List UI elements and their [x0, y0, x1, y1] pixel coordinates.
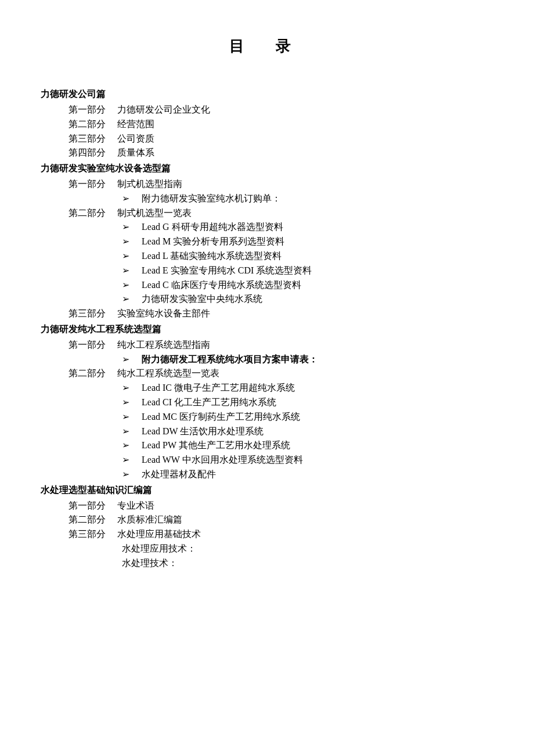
arrow-icon: ➢	[122, 278, 131, 293]
bullet-text: Lead C 临床医疗专用纯水系统选型资料	[142, 278, 301, 293]
part-title: 水质标准汇编篇	[117, 513, 182, 527]
part-title: 水处理应用基础技术	[117, 527, 201, 542]
toc-part-line: 第四部分质量体系	[68, 146, 493, 160]
arrow-icon: ➢	[122, 249, 131, 264]
toc-part-line: 第二部分制式机选型一览表	[68, 206, 493, 221]
toc-bullet-line: ➢Lead L 基础实验纯水系统选型资料	[122, 249, 493, 264]
part-label: 第一部分	[68, 499, 110, 513]
section-heading: 力德研发纯水工程系统选型篇	[41, 322, 493, 337]
part-title: 纯水工程系统选型一览表	[117, 366, 219, 381]
bullet-text: Lead MC 医疗制药生产工艺用纯水系统	[142, 410, 300, 424]
part-title: 实验室纯水设备主部件	[117, 307, 210, 321]
toc-bullet-line: ➢Lead MC 医疗制药生产工艺用纯水系统	[122, 410, 493, 424]
toc-part-line: 第二部分纯水工程系统选型一览表	[68, 366, 493, 381]
section-heading: 力德研发公司篇	[41, 87, 493, 102]
arrow-icon: ➢	[122, 381, 131, 395]
toc-bullet-line: ➢Lead WW 中水回用水处理系统选型资料	[122, 453, 493, 467]
page-title: 目 录	[41, 35, 493, 58]
bullet-text: Lead WW 中水回用水处理系统选型资料	[142, 453, 303, 467]
toc-bullet-line: ➢附力德研发工程系统纯水项目方案申请表：	[122, 352, 493, 367]
part-title: 制式机选型指南	[117, 177, 182, 192]
arrow-icon: ➢	[122, 395, 131, 410]
toc-part-line: 第三部分公司资质	[68, 132, 493, 146]
part-label: 第二部分	[68, 366, 110, 381]
toc-bullet-line: ➢Lead PW 其他生产工艺用水处理系统	[122, 438, 493, 453]
arrow-icon: ➢	[122, 438, 131, 453]
arrow-icon: ➢	[122, 264, 131, 278]
part-label: 第二部分	[68, 117, 110, 132]
part-title: 经营范围	[117, 117, 154, 132]
bullet-text: Lead G 科研专用超纯水器选型资料	[142, 220, 283, 235]
toc-bullet-line: ➢Lead CI 化工生产工艺用纯水系统	[122, 395, 493, 410]
arrow-icon: ➢	[122, 453, 131, 467]
part-title: 制式机选型一览表	[117, 206, 192, 221]
bullet-text: 附力德研发实验室纯水机订购单：	[142, 192, 281, 206]
part-label: 第一部分	[68, 338, 110, 352]
part-label: 第三部分	[68, 527, 110, 542]
toc-part-line: 第一部分力德研发公司企业文化	[68, 103, 493, 117]
toc-part-line: 第三部分水处理应用基础技术	[68, 527, 493, 542]
part-label: 第三部分	[68, 307, 110, 321]
part-label: 第二部分	[68, 513, 110, 527]
part-title: 公司资质	[117, 132, 154, 146]
part-title: 纯水工程系统选型指南	[117, 338, 210, 352]
arrow-icon: ➢	[122, 220, 131, 235]
toc-bullet-line: ➢Lead G 科研专用超纯水器选型资料	[122, 220, 493, 235]
arrow-icon: ➢	[122, 352, 131, 367]
arrow-icon: ➢	[122, 424, 131, 439]
arrow-icon: ➢	[122, 235, 131, 249]
arrow-icon: ➢	[122, 410, 131, 424]
part-label: 第三部分	[68, 132, 110, 146]
bullet-text: 力德研发实验室中央纯水系统	[142, 292, 262, 307]
part-label: 第一部分	[68, 177, 110, 192]
arrow-icon: ➢	[122, 192, 131, 206]
toc-subline: 水处理应用技术：	[122, 542, 493, 556]
part-label: 第一部分	[68, 103, 110, 117]
toc-bullet-line: ➢Lead M 实验分析专用系列选型资料	[122, 235, 493, 249]
toc-bullet-line: ➢附力德研发实验室纯水机订购单：	[122, 192, 493, 206]
arrow-icon: ➢	[122, 467, 131, 482]
table-of-contents: 力德研发公司篇第一部分力德研发公司企业文化第二部分经营范围第三部分公司资质第四部…	[41, 87, 493, 570]
toc-part-line: 第三部分实验室纯水设备主部件	[68, 307, 493, 321]
bullet-text: Lead DW 生活饮用水处理系统	[142, 424, 264, 439]
bullet-text: Lead E 实验室专用纯水 CDI 系统选型资料	[142, 264, 312, 278]
toc-bullet-line: ➢Lead E 实验室专用纯水 CDI 系统选型资料	[122, 264, 493, 278]
toc-part-line: 第一部分制式机选型指南	[68, 177, 493, 192]
toc-part-line: 第一部分纯水工程系统选型指南	[68, 338, 493, 352]
section-heading: 水处理选型基础知识汇编篇	[41, 483, 493, 498]
toc-part-line: 第二部分水质标准汇编篇	[68, 513, 493, 527]
bullet-text: Lead M 实验分析专用系列选型资料	[142, 235, 284, 249]
bullet-text: Lead PW 其他生产工艺用水处理系统	[142, 438, 290, 453]
bullet-text: 水处理器材及配件	[142, 467, 216, 482]
part-title: 质量体系	[117, 146, 154, 160]
toc-bullet-line: ➢Lead IC 微电子生产工艺用超纯水系统	[122, 381, 493, 395]
part-label: 第二部分	[68, 206, 110, 221]
bullet-text: Lead IC 微电子生产工艺用超纯水系统	[142, 381, 295, 395]
bullet-text: 附力德研发工程系统纯水项目方案申请表：	[142, 352, 318, 367]
section-heading: 力德研发实验室纯水设备选型篇	[41, 161, 493, 176]
toc-bullet-line: ➢Lead DW 生活饮用水处理系统	[122, 424, 493, 439]
toc-part-line: 第一部分专业术语	[68, 499, 493, 513]
part-title: 力德研发公司企业文化	[117, 103, 210, 117]
bullet-text: Lead CI 化工生产工艺用纯水系统	[142, 395, 276, 410]
bullet-text: Lead L 基础实验纯水系统选型资料	[142, 249, 282, 264]
part-label: 第四部分	[68, 146, 110, 160]
toc-part-line: 第二部分经营范围	[68, 117, 493, 132]
toc-subline: 水处理技术：	[122, 556, 493, 571]
toc-bullet-line: ➢力德研发实验室中央纯水系统	[122, 292, 493, 307]
toc-bullet-line: ➢Lead C 临床医疗专用纯水系统选型资料	[122, 278, 493, 293]
part-title: 专业术语	[117, 499, 154, 513]
arrow-icon: ➢	[122, 292, 131, 307]
toc-bullet-line: ➢水处理器材及配件	[122, 467, 493, 482]
